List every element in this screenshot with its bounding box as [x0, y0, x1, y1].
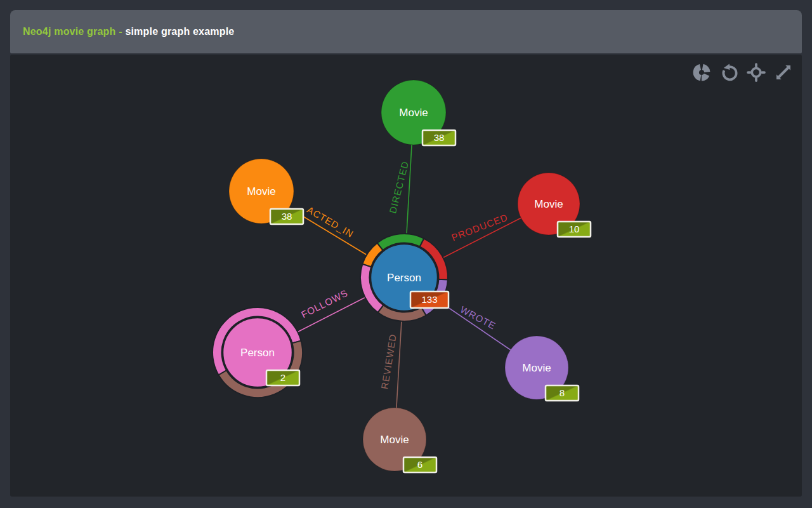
count-badge-movie-acted-in: 38 [270, 209, 303, 224]
node-label: Movie [534, 198, 563, 210]
crosshair-icon [747, 63, 766, 82]
count-badge-value: 38 [434, 132, 445, 143]
pie-chart-button[interactable] [692, 63, 711, 82]
count-badge-value: 2 [280, 372, 285, 383]
count-badge-movie-reviewed: 6 [403, 457, 436, 472]
graph-toolbar [692, 63, 793, 82]
edge-label-reviewed: REVIEWED [379, 333, 398, 390]
count-badge-value: 38 [282, 211, 292, 222]
edge-label-produced: PRODUCED [450, 211, 509, 243]
count-badge-movie-produced: 10 [558, 222, 591, 237]
count-badge-value: 10 [569, 224, 580, 234]
count-badge-movie-wrote: 8 [546, 385, 579, 401]
rotate-button[interactable] [719, 63, 738, 82]
node-label: Movie [522, 362, 551, 374]
rotate-ccw-icon [719, 63, 738, 82]
node-label: Movie [399, 107, 428, 119]
node-label: Movie [380, 434, 409, 446]
count-badge-value: 133 [421, 294, 437, 305]
fullscreen-button[interactable] [774, 63, 793, 82]
node-label: Person [387, 272, 421, 284]
count-badge-person-follows: 2 [266, 370, 299, 385]
edge-label-directed: DIRECTED [387, 160, 410, 215]
expand-icon [774, 63, 793, 82]
count-badge-movie-directed: 38 [422, 130, 455, 145]
pie-chart-icon [692, 63, 711, 82]
center-view-button[interactable] [747, 63, 766, 82]
node-label: Person [240, 347, 275, 359]
count-badge-value: 6 [417, 459, 422, 470]
count-badge-value: 8 [560, 387, 565, 398]
edge-label-follows: FOLLOWS [299, 287, 350, 320]
count-badge-person: 133 [410, 291, 449, 308]
graph-visualization: DIRECTEDACTED_INPRODUCEDWROTEFOLLOWSREVI… [0, 0, 812, 508]
node-label: Movie [247, 185, 275, 197]
